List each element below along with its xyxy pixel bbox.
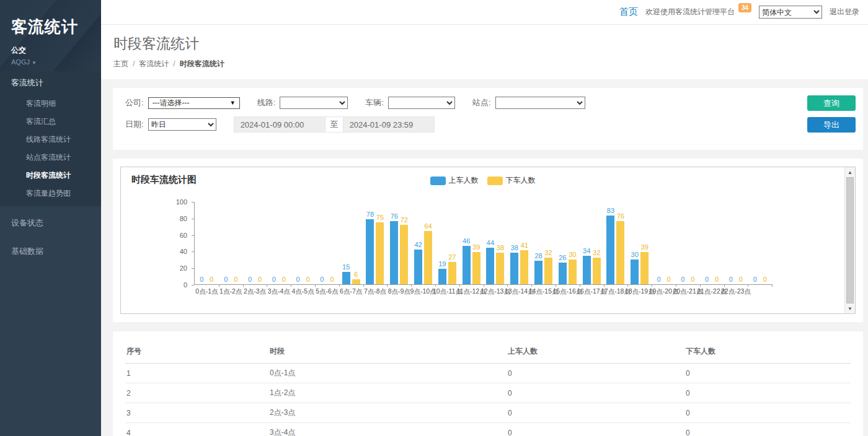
bar-group: 463911点-12点 — [459, 202, 484, 284]
date-from-input[interactable] — [234, 116, 326, 133]
sidebar-subitem[interactable]: 站点客流统计 — [0, 149, 101, 167]
legend-item[interactable]: 上车人数 — [430, 175, 479, 186]
table-cell: 0 — [507, 403, 684, 423]
dropdown-arrow-icon: ▼ — [230, 100, 236, 106]
sidebar-subitem[interactable]: 客流汇总 — [0, 113, 101, 131]
bar-value-label: 0 — [200, 276, 203, 283]
home-link[interactable]: 首页 — [619, 6, 638, 18]
bar-value-label: 0 — [681, 276, 684, 283]
x-axis-label: 22点-23点 — [721, 287, 751, 296]
query-button[interactable]: 查询 — [807, 95, 856, 111]
bar-value-label: 0 — [330, 276, 334, 283]
bar-value-label: 19 — [438, 261, 446, 268]
breadcrumb-separator: / — [173, 59, 175, 68]
bar-group: 283214点-15点 — [531, 202, 556, 284]
table-cell: 0 — [684, 364, 851, 383]
bar — [366, 219, 374, 284]
breadcrumb-item[interactable]: 主页 — [113, 59, 128, 68]
bar-value-label: 0 — [234, 276, 237, 283]
legend-swatch — [487, 177, 503, 185]
line-label: 线路: — [257, 97, 276, 108]
table-row: 10点-1点00 — [125, 364, 851, 383]
table-cell: 0点-1点 — [268, 364, 507, 383]
filter-row-2: 日期: 昨日 至 — [125, 116, 851, 133]
breadcrumb-item[interactable]: 客流统计 — [139, 59, 169, 68]
date-to-input[interactable] — [343, 116, 435, 133]
bar-group: 42649点-10点 — [411, 202, 435, 284]
sidebar-subitem[interactable]: 客流明细 — [0, 95, 101, 113]
bar-group: 263015点-16点 — [556, 202, 580, 284]
sidebar-item-passenger-stats[interactable]: 客流统计 — [0, 71, 101, 95]
bar-value-label: 0 — [272, 276, 276, 283]
table-panel: 序号时段上车人数下车人数 10点-1点0021点-2点0032点-3点0043点… — [113, 331, 863, 436]
sidebar-subitem[interactable]: 时段客流统计 — [0, 167, 101, 185]
table-cell: 0 — [684, 383, 851, 403]
table-header-cell: 时段 — [268, 341, 507, 364]
table-cell: 0 — [684, 423, 851, 436]
bar-group: 0022点-23点 — [724, 202, 748, 284]
vehicle-select[interactable] — [388, 97, 455, 109]
chart-scrollbar[interactable]: ▲ ▼ — [844, 167, 855, 313]
topbar: 首页 欢迎使用客流统计管理平台 34 简体中文 退出登录 — [101, 0, 868, 25]
bar-value-label: 30 — [569, 251, 576, 258]
bar-value-label: 76 — [617, 213, 624, 220]
bar-group: 303918点-19点 — [627, 202, 652, 284]
bar — [496, 253, 504, 284]
legend-item[interactable]: 下车人数 — [487, 175, 536, 186]
legend-swatch — [430, 177, 446, 185]
bar-value-label: 0 — [763, 276, 767, 283]
table-row: 32点-3点00 — [125, 403, 851, 423]
bar — [448, 262, 456, 284]
bar-value-label: 0 — [657, 276, 660, 283]
language-select[interactable]: 简体中文 — [759, 6, 822, 19]
bar-value-label: 32 — [593, 250, 600, 256]
bar-group: 0019点-20点 — [652, 202, 676, 284]
sidebar-item-device-status[interactable]: 设备状态 — [0, 211, 101, 235]
user-menu[interactable]: AQGJ ▼ — [11, 58, 90, 66]
bar-group: 78757点-8点 — [363, 202, 388, 284]
line-select[interactable] — [280, 97, 348, 109]
bar-value-label: 0 — [210, 276, 213, 283]
bar-value-label: 78 — [366, 211, 374, 218]
bar-value-label: 6 — [354, 271, 358, 278]
scroll-up-icon[interactable]: ▲ — [845, 167, 855, 177]
bar-group: 1566点-7点 — [339, 202, 363, 284]
company-select[interactable]: ---请选择--- ▼ — [148, 97, 240, 109]
scroll-down-icon[interactable]: ▼ — [845, 303, 855, 313]
bar-value-label: 38 — [497, 245, 504, 251]
bar-value-label: 0 — [715, 276, 719, 283]
y-axis-tick: 100 — [121, 198, 194, 206]
table-cell: 0 — [507, 423, 684, 436]
table-row: 43点-4点00 — [125, 423, 851, 436]
date-preset-select[interactable]: 昨日 — [148, 118, 216, 131]
page-heading: 时段客流统计 主页/客流统计/时段客流统计 — [101, 25, 868, 79]
table-cell: 0 — [507, 383, 684, 403]
bar-value-label: 0 — [224, 276, 228, 283]
content: 公司: ---请选择--- ▼ 线路: 车辆: 站点: 日期: 昨日 — [101, 79, 868, 436]
breadcrumb: 主页/客流统计/时段客流统计 — [113, 59, 856, 69]
sidebar-subitem[interactable]: 客流量趋势图 — [0, 185, 101, 203]
bar-group: 443812点-13点 — [484, 202, 508, 284]
bar-group: 192710点-11点 — [435, 202, 459, 284]
table-cell: 3 — [125, 403, 268, 423]
sidebar-submenu: 客流明细客流汇总线路客流统计站点客流统计时段客流统计客流量趋势图 — [0, 95, 101, 206]
export-button[interactable]: 导出 — [807, 117, 856, 133]
notification-badge[interactable]: 34 — [738, 3, 751, 12]
bar-value-label: 39 — [472, 244, 480, 251]
station-select[interactable] — [495, 97, 585, 109]
sidebar-subitem[interactable]: 线路客流统计 — [0, 131, 101, 149]
table-cell: 4 — [125, 423, 268, 436]
data-table: 序号时段上车人数下车人数 10点-1点0021点-2点0032点-3点0043点… — [125, 341, 851, 436]
bar-group: 837617点-18点 — [604, 202, 628, 284]
bar — [569, 259, 577, 284]
logout-link[interactable]: 退出登录 — [830, 7, 859, 17]
bar-value-label: 0 — [258, 276, 262, 283]
app-title: 客流统计 — [11, 16, 90, 38]
scrollbar-thumb[interactable] — [846, 177, 854, 303]
bar — [616, 221, 624, 284]
bar-value-label: 34 — [583, 248, 590, 255]
sidebar: 客流统计 公交 AQGJ ▼ 客流统计 客流明细客流汇总线路客流统计站点客流统计… — [0, 0, 101, 436]
sidebar-item-basic-data[interactable]: 基础数据 — [0, 240, 101, 263]
bar-group: 003点-4点 — [267, 202, 291, 284]
bar-group: 001点-2点 — [219, 202, 243, 284]
